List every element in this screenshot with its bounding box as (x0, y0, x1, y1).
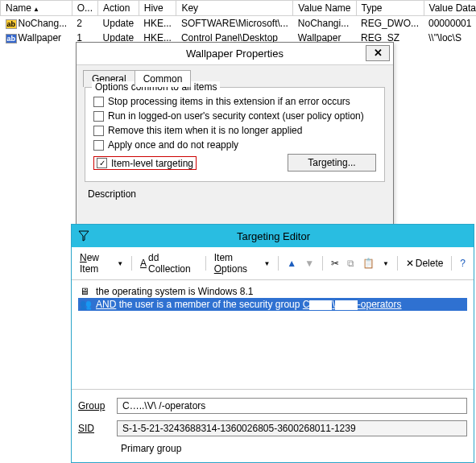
editor-title-bar[interactable]: Targeting Editor (72, 225, 474, 247)
toolbar-separator (131, 256, 132, 271)
rules-list: 🖥 the operating system is Windows 8.1 👥 … (72, 280, 474, 389)
checkbox-run-user-context[interactable] (93, 111, 104, 122)
rule-text: the operating system is Windows 8.1 (96, 286, 253, 297)
close-icon: ✕ (374, 47, 383, 59)
group-input[interactable]: C…..\V\ /-operators (117, 398, 467, 414)
delete-icon: ✕ (406, 258, 414, 269)
registry-dword-icon: ab (6, 19, 17, 29)
registry-string-icon: ab (6, 34, 17, 43)
checkbox-apply-once[interactable] (93, 140, 104, 151)
editor-title: Targeting Editor (96, 230, 474, 242)
rule-os[interactable]: 🖥 the operating system is Windows 8.1 (78, 285, 467, 298)
col-name[interactable]: Name▲ (1, 1, 72, 16)
toolbar-separator (451, 256, 452, 271)
toolbar-separator (397, 256, 398, 271)
filter-icon (77, 229, 91, 243)
sid-label: SID (78, 423, 117, 434)
computer-icon: 🖥 (80, 286, 93, 297)
paste-button[interactable]: 📋 (359, 256, 378, 271)
new-item-button[interactable]: New Item▼ (77, 250, 126, 276)
checkbox-label: Stop processing items in this extension … (108, 96, 350, 107)
close-button[interactable]: ✕ (366, 45, 390, 61)
chevron-down-icon: ▼ (383, 260, 389, 267)
checkbox-item-level-targeting[interactable] (97, 158, 107, 168)
add-collection-button[interactable]: Add Collection (137, 250, 201, 276)
checkbox-remove-item[interactable] (93, 126, 104, 136)
dialog-title-bar[interactable]: Wallpaper Properties ✕ (77, 43, 393, 65)
col-action[interactable]: Action (98, 1, 139, 16)
copy-button[interactable]: ⧉ (344, 256, 358, 271)
paste-dropdown[interactable]: ▼ (379, 258, 392, 269)
checkbox-label: Run in logged-on user's security context… (108, 110, 364, 122)
move-down-button[interactable]: ▼ (301, 256, 317, 271)
cut-button[interactable]: ✂ (328, 256, 342, 271)
delete-button[interactable]: ✕ Delete (403, 256, 447, 271)
description-label: Description (88, 188, 382, 200)
tab-common[interactable]: Common (135, 70, 192, 87)
targeting-button[interactable]: Targeting... (288, 154, 376, 172)
col-key[interactable]: Key (176, 1, 293, 16)
checkbox-label: Item-level targeting (111, 158, 193, 169)
toolbar-separator (322, 256, 323, 271)
sid-input: S-1-5-21-3243688314-1360026805-360026801… (117, 420, 467, 436)
options-groupbox: Options common to all items Stop process… (85, 87, 385, 182)
item-level-targeting-highlight: Item-level targeting (93, 156, 197, 170)
rule-text: AND the user is a member of the security… (96, 299, 402, 310)
wallpaper-properties-dialog: Wallpaper Properties ✕ General Common Op… (76, 42, 394, 227)
group-label: Group (78, 400, 117, 411)
chevron-down-icon: ▼ (117, 260, 123, 267)
toolbar-separator (278, 256, 279, 271)
checkbox-stop-processing[interactable] (93, 97, 104, 107)
targeting-editor-window: Targeting Editor New Item▼ Add Collectio… (71, 224, 474, 463)
toolbar-separator (205, 256, 206, 271)
help-button[interactable]: ? (457, 256, 469, 271)
dialog-title: Wallpaper Properties (186, 48, 284, 60)
chevron-down-icon: ▼ (263, 260, 270, 267)
move-up-button[interactable]: ▲ (284, 256, 300, 271)
rule-security-group[interactable]: 👥 AND the user is a member of the securi… (78, 298, 467, 311)
table-row[interactable]: abNoChang... 2 Update HKE... SOFTWARE\Mi… (1, 16, 477, 31)
checkbox-label: Apply once and do not reapply (108, 139, 238, 151)
sort-asc-icon: ▲ (33, 6, 39, 13)
editor-toolbar: New Item▼ Add Collection Item Options▼ ▲… (72, 247, 474, 280)
col-value-data[interactable]: Value Data (424, 1, 476, 16)
col-value-name[interactable]: Value Name (293, 1, 356, 16)
group-icon: 👥 (80, 299, 93, 310)
col-hive[interactable]: Hive (139, 1, 176, 16)
primary-group-label: Primary group (121, 443, 181, 454)
item-options-button[interactable]: Item Options▼ (211, 250, 274, 276)
registry-table: Name▲ O... Action Hive Key Value Name Ty… (0, 0, 476, 45)
rule-fields: Group C…..\V\ /-operators SID S-1-5-21-3… (72, 389, 474, 462)
col-order[interactable]: O... (72, 1, 97, 16)
col-type[interactable]: Type (356, 1, 424, 16)
checkbox-label: Remove this item when it is no longer ap… (108, 125, 302, 136)
